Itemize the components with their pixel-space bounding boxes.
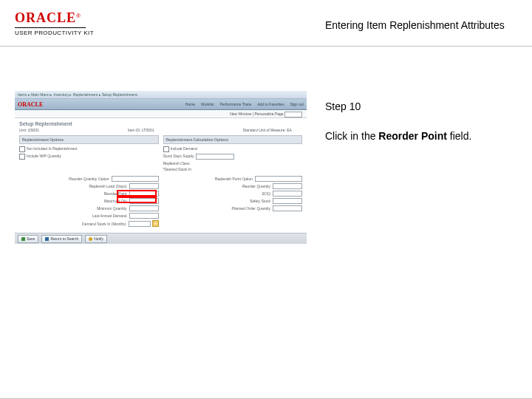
eoq-field[interactable] bbox=[273, 191, 302, 197]
stock-days-field[interactable] bbox=[196, 154, 234, 160]
nav-perftrace[interactable]: Performance Trace bbox=[220, 102, 252, 106]
info-row: Unit: US001 Item ID: LT5001 Standard Uni… bbox=[15, 126, 307, 135]
label-planned-order-qty: Planned Order Quantity bbox=[231, 206, 270, 211]
replenish-point-option-field[interactable] bbox=[255, 176, 302, 182]
save-icon bbox=[21, 237, 25, 241]
nav-favorites[interactable]: Add to Favorites bbox=[257, 102, 284, 106]
save-button[interactable]: Save bbox=[18, 235, 38, 243]
label-include-demand: Include Demand bbox=[171, 146, 197, 151]
label-reorder-qty-option: Reorder Quantity Option bbox=[69, 177, 109, 181]
minimum-qty-field[interactable] bbox=[129, 205, 159, 211]
nav-worklist[interactable]: Worklist bbox=[201, 102, 214, 106]
breadcrumb-bar: Items ▸ Main Menu ▸ Inventory ▸ Replenis… bbox=[15, 91, 307, 99]
notify-button-label: Notify bbox=[94, 236, 103, 241]
nav-home[interactable]: Home bbox=[185, 102, 195, 106]
label-replenish-class: Replenish Class bbox=[163, 161, 190, 166]
label-last-annual-demand: Last Annual Demand bbox=[92, 214, 126, 218]
label-desired-stock-in: *Desired Stock In bbox=[163, 167, 192, 171]
label-safety-stock: Safety Stock bbox=[250, 199, 270, 203]
return-to-search-button[interactable]: Return to Search bbox=[41, 235, 82, 243]
subbar-search-field[interactable] bbox=[284, 112, 302, 117]
nav-signout[interactable]: Sign out bbox=[290, 102, 304, 106]
label-demand-stock-in: Demand Stock In (Months) bbox=[82, 222, 126, 226]
button-bar: Save Return to Search Notify bbox=[15, 233, 307, 244]
label-stock-days: Stock Days Supply bbox=[163, 154, 194, 158]
brand-divider bbox=[15, 27, 86, 28]
reorder-quantity-field[interactable] bbox=[273, 183, 302, 189]
section-heads: Replenishment Options Replenishment Calc… bbox=[15, 135, 307, 146]
highlight-reorder-point-field bbox=[117, 197, 157, 203]
planned-order-qty-field[interactable] bbox=[273, 205, 302, 211]
step-instruction: Click in the Reorder Point field. bbox=[325, 130, 471, 142]
instruction-pre: Click in the bbox=[325, 130, 378, 142]
last-annual-demand-field[interactable] bbox=[129, 213, 159, 219]
checkbox-include-demand[interactable] bbox=[163, 146, 169, 152]
left-checks: Not Included In Replenishment Include WI… bbox=[19, 146, 159, 173]
return-button-label: Return to Search bbox=[50, 236, 78, 241]
label-eoq: EOQ bbox=[262, 191, 270, 196]
checkbox-not-included[interactable] bbox=[19, 146, 25, 152]
brand-subtitle: USER PRODUCTIVITY KIT bbox=[15, 30, 94, 36]
label-not-included: Not Included In Replenishment bbox=[27, 146, 77, 151]
info-uom: Standard Unit of Measure: EA bbox=[242, 128, 291, 132]
label-reorder-quantity: Reorder Quantity bbox=[242, 184, 270, 188]
brand-wordmark: ORACLE bbox=[15, 10, 76, 25]
instruction-post: field. bbox=[447, 130, 471, 142]
page-title: Entering Item Replenishment Attributes bbox=[325, 19, 505, 31]
step-label: Step 10 bbox=[325, 100, 361, 112]
lookup-icon[interactable] bbox=[152, 220, 159, 227]
save-button-label: Save bbox=[27, 236, 35, 241]
app-subbar: New Window | Personalize Page bbox=[15, 110, 307, 118]
subbar-links[interactable]: New Window | Personalize Page bbox=[230, 112, 283, 116]
return-icon bbox=[45, 237, 49, 241]
brand-block: ORACLE® USER PRODUCTIVITY KIT bbox=[15, 10, 94, 36]
info-item: Item ID: LT5001 bbox=[128, 128, 154, 132]
notify-icon bbox=[89, 237, 92, 241]
app-screenshot: Items ▸ Main Menu ▸ Inventory ▸ Replenis… bbox=[15, 91, 307, 242]
highlight-reorder-point-label bbox=[117, 190, 157, 197]
section-replenish-options: Replenishment Options bbox=[19, 135, 159, 144]
instruction-bold: Reorder Point bbox=[378, 130, 447, 142]
label-minimum-qty: Minimum Quantity bbox=[97, 206, 126, 211]
app-topbar: ORACLE Home Worklist Performance Trace A… bbox=[15, 99, 307, 110]
app-page-title: Setup Replenishment bbox=[15, 118, 307, 126]
brand-tm: ® bbox=[76, 13, 81, 19]
checkbox-row: Not Included In Replenishment Include WI… bbox=[15, 146, 307, 176]
label-replenish-point-option: Replenish Point Option bbox=[215, 177, 253, 181]
checkbox-wip[interactable] bbox=[19, 154, 25, 160]
label-wip: Include WIP Quantity bbox=[27, 154, 61, 158]
safety-stock-field[interactable] bbox=[273, 198, 302, 204]
demand-stock-in-field[interactable] bbox=[129, 221, 151, 227]
right-checks: Include Demand Stock Days Supply Repleni… bbox=[163, 146, 303, 173]
label-replenish-lead: Replenish Lead (Days) bbox=[89, 184, 127, 188]
fields-right-col: Replenish Point Option Reorder Quantity … bbox=[163, 176, 303, 228]
notify-button[interactable]: Notify bbox=[85, 235, 107, 243]
info-unit: Unit: US001 bbox=[19, 128, 39, 132]
fields-area: Reorder Quantity Option Replenish Lead (… bbox=[15, 176, 307, 228]
page-header: ORACLE® USER PRODUCTIVITY KIT Entering I… bbox=[0, 0, 532, 47]
section-calc-options: Replenishment Calculation Options bbox=[163, 135, 303, 144]
reorder-qty-option-field[interactable] bbox=[112, 176, 159, 182]
app-brand: ORACLE bbox=[18, 101, 43, 108]
replenish-lead-field[interactable] bbox=[129, 183, 159, 189]
